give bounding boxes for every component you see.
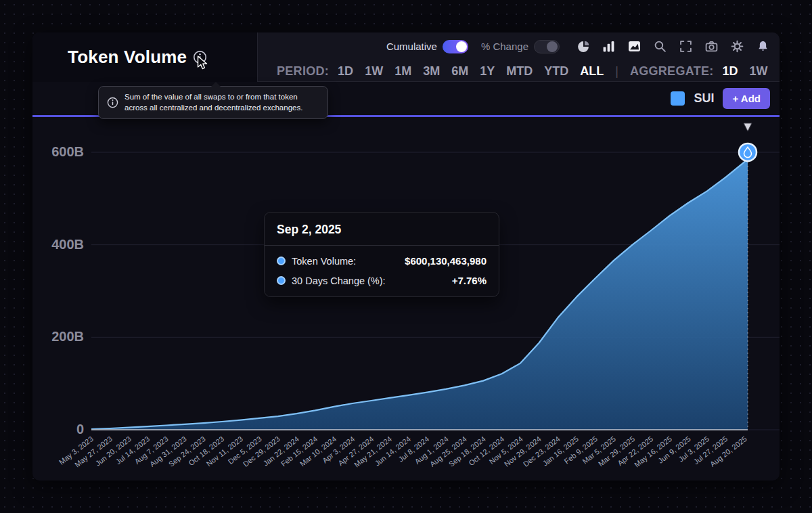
page-title: Token Volume [68, 47, 187, 68]
series-dot-icon [277, 256, 286, 265]
aggregate-options: 1D1W1M [723, 64, 780, 79]
tooltip-divider [265, 245, 499, 246]
period-option-6m[interactable]: 6M [451, 64, 468, 79]
period-option-all[interactable]: ALL [580, 64, 604, 79]
y-tick-label: 600B [35, 144, 84, 160]
tooltip-date: Sep 2, 2025 [265, 213, 499, 245]
legend-sui-label[interactable]: SUI [694, 91, 714, 106]
percent-change-toggle[interactable] [534, 40, 560, 53]
aggregate-label: AGGREGATE: [630, 64, 714, 79]
sui-token-marker[interactable] [739, 143, 757, 161]
period-aggregate-row: PERIOD: 1D1W1M3M6M1YMTDYTDALL | AGGREGAT… [258, 60, 780, 82]
period-option-3m[interactable]: 3M [423, 64, 440, 79]
desktop-background: 0200B400B600B May 3, 2023May 27, 2023Jun… [0, 0, 812, 513]
tooltip-change-value: +7.76% [452, 275, 487, 286]
info-wrap [193, 50, 208, 65]
chart-tooltip: Sep 2, 2025 Token Volume: $600,130,463,9… [264, 212, 499, 297]
panel-header: Cumulative % Change [32, 32, 780, 82]
toggle-knob [456, 41, 467, 52]
camera-icon[interactable] [705, 40, 718, 53]
tooltip-row-change: 30 Days Change (%): +7.76% [265, 271, 499, 296]
area-chart-icon[interactable] [628, 40, 641, 53]
percent-change-toggle-group: % Change [481, 40, 560, 53]
tooltip-volume-value: $600,130,463,980 [405, 255, 487, 267]
period-option-1y[interactable]: 1Y [480, 64, 495, 79]
percent-change-label: % Change [481, 41, 528, 52]
fullscreen-icon[interactable] [679, 40, 692, 53]
tooltip-row-volume: Token Volume: $600,130,463,980 [265, 251, 499, 271]
cumulative-toggle-group: Cumulative [386, 40, 468, 53]
pie-chart-icon[interactable] [577, 40, 589, 53]
tooltip-volume-label: Token Volume: [292, 256, 356, 267]
title-block: Token Volume [32, 32, 258, 82]
y-tick-label: 0 [35, 422, 84, 437]
sui-color-swatch [671, 91, 685, 106]
settings-icon[interactable] [731, 40, 744, 53]
search-icon[interactable] [654, 40, 667, 53]
toolbar-icons [577, 40, 769, 53]
info-tooltip-text: Sum of the value of all swaps to or from… [125, 92, 319, 113]
period-option-mtd[interactable]: MTD [506, 64, 533, 79]
add-token-button[interactable]: + Add [723, 88, 770, 109]
period-options: 1D1W1M3M6M1YMTDYTDALL [338, 64, 604, 79]
y-tick-label: 400B [35, 237, 84, 252]
header-controls-row: Cumulative % Change [258, 32, 780, 60]
period-option-1d[interactable]: 1D [338, 64, 353, 79]
aggregate-option-1d[interactable]: 1D [723, 64, 738, 79]
tooltip-change-label: 30 Days Change (%): [292, 275, 386, 286]
cumulative-label: Cumulative [386, 41, 437, 52]
toggle-knob [547, 41, 558, 52]
period-option-1m[interactable]: 1M [394, 64, 411, 79]
hover-cursor-triangle-icon [744, 123, 752, 131]
cumulative-toggle[interactable] [443, 40, 468, 53]
divider: | [615, 64, 618, 79]
info-icon-small [107, 97, 118, 108]
period-option-1w[interactable]: 1W [365, 64, 383, 79]
notifications-icon[interactable] [757, 40, 769, 53]
series-dot-icon [277, 276, 286, 285]
y-tick-label: 200B [35, 329, 84, 344]
period-option-ytd[interactable]: YTD [544, 64, 568, 79]
info-tooltip: Sum of the value of all swaps to or from… [98, 86, 328, 119]
period-label: PERIOD: [277, 64, 329, 79]
mouse-cursor-icon [197, 55, 208, 70]
aggregate-option-1w[interactable]: 1W [750, 64, 768, 79]
token-volume-panel: 0200B400B600B May 3, 2023May 27, 2023Jun… [32, 32, 780, 481]
bar-chart-icon[interactable] [602, 40, 615, 53]
